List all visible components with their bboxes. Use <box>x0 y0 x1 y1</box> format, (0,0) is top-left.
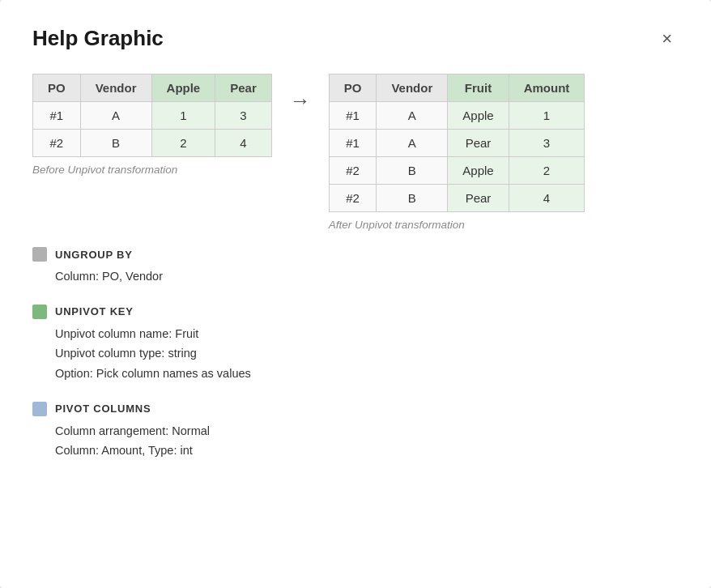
before-table-header: PO <box>33 75 81 102</box>
legend-item-pivot-columns: PIVOT COLUMNSColumn arrangement: NormalC… <box>32 402 679 461</box>
after-table: POVendorFruitAmount #1AApple1#1APear3#2B… <box>329 74 585 212</box>
before-table-block: POVendorApplePear #1A13#2B24 Before Unpi… <box>32 74 272 176</box>
legend-detail: Column: PO, Vendor <box>32 266 679 287</box>
table-row: #1A13 <box>33 102 272 130</box>
before-table-caption: Before Unpivot transformation <box>32 164 177 176</box>
table-row: #2BPear4 <box>329 185 585 212</box>
legend-color-ungroup-by <box>32 247 47 262</box>
tables-row: POVendorApplePear #1A13#2B24 Before Unpi… <box>32 74 679 231</box>
before-table-header: Apple <box>151 75 215 102</box>
before-table: POVendorApplePear #1A13#2B24 <box>32 74 272 157</box>
legend-detail: Unpivot column name: Fruit <box>32 324 679 344</box>
after-table-block: POVendorFruitAmount #1AApple1#1APear3#2B… <box>329 74 585 231</box>
before-table-header: Vendor <box>80 75 151 102</box>
table-row: #1APear3 <box>329 130 585 157</box>
legend-section: UNGROUP BYColumn: PO, VendorUNPIVOT KEYU… <box>32 247 679 461</box>
after-table-header: Amount <box>509 75 585 102</box>
legend-header-unpivot-key: UNPIVOT KEY <box>32 305 679 319</box>
dialog-header: Help Graphic × <box>32 26 679 51</box>
close-button[interactable]: × <box>655 27 679 51</box>
legend-detail: Unpivot column type: string <box>32 343 679 364</box>
dialog-title: Help Graphic <box>32 26 164 51</box>
legend-detail: Option: Pick column names as values <box>32 364 679 384</box>
legend-item-ungroup-by: UNGROUP BYColumn: PO, Vendor <box>32 247 679 287</box>
legend-label-ungroup-by: UNGROUP BY <box>55 249 133 261</box>
legend-header-pivot-columns: PIVOT COLUMNS <box>32 402 679 416</box>
legend-label-unpivot-key: UNPIVOT KEY <box>55 305 134 317</box>
legend-detail: Column: Amount, Type: int <box>32 441 679 461</box>
arrow: → <box>272 74 329 113</box>
after-table-caption: After Unpivot transformation <box>329 219 465 231</box>
legend-detail: Column arrangement: Normal <box>32 421 679 441</box>
legend-label-pivot-columns: PIVOT COLUMNS <box>55 403 151 415</box>
legend-header-ungroup-by: UNGROUP BY <box>32 247 679 262</box>
legend-item-unpivot-key: UNPIVOT KEYUnpivot column name: FruitUnp… <box>32 305 679 384</box>
after-table-header: PO <box>329 75 377 102</box>
legend-color-unpivot-key <box>32 305 47 319</box>
table-row: #2B24 <box>33 130 272 157</box>
legend-color-pivot-columns <box>32 402 47 416</box>
table-row: #2BApple2 <box>329 157 585 185</box>
help-graphic-dialog: Help Graphic × POVendorApplePear #1A13#2… <box>0 0 711 588</box>
before-table-header: Pear <box>215 75 272 102</box>
after-table-header: Fruit <box>448 75 509 102</box>
table-row: #1AApple1 <box>329 102 585 130</box>
after-table-header: Vendor <box>377 75 448 102</box>
